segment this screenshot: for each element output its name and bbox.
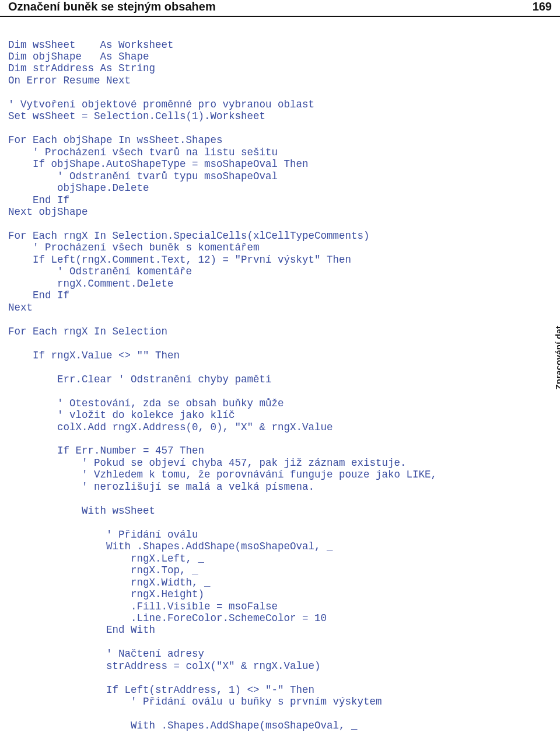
side-tab-label: Zpracování dat (553, 326, 560, 390)
page-number: 169 (533, 0, 552, 13)
page: Označení buněk se stejným obsahem 169 Di… (0, 0, 560, 732)
page-header: Označení buněk se stejným obsahem 169 (0, 0, 560, 17)
page-title: Označení buněk se stejným obsahem (8, 0, 216, 13)
code-listing: Dim wsSheet As Worksheet Dim objShape As… (0, 27, 560, 733)
